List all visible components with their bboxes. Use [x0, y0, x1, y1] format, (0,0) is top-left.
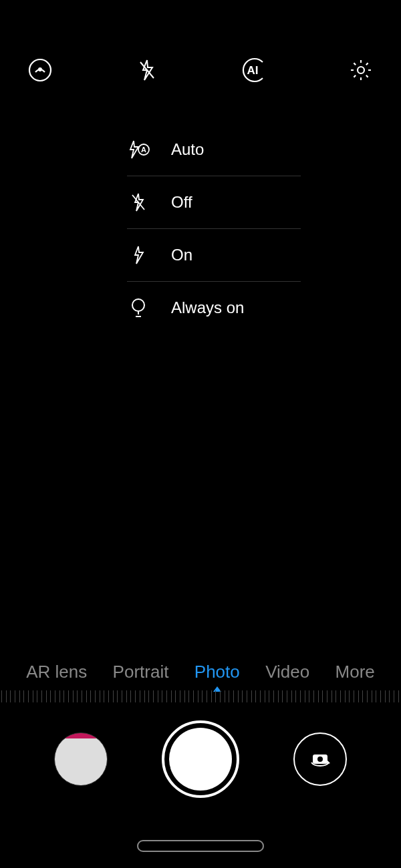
gear-icon[interactable]: [348, 57, 374, 83]
switch-camera-button[interactable]: [293, 732, 347, 786]
svg-text:AI: AI: [247, 64, 259, 77]
flash-auto-icon: A: [127, 138, 150, 161]
top-toolbar: AI: [0, 0, 401, 83]
flash-menu: A Auto Off On Always on: [127, 124, 301, 334]
bottom-controls: [0, 720, 401, 798]
flash-option-auto[interactable]: A Auto: [127, 124, 301, 176]
flash-option-on[interactable]: On: [127, 229, 301, 282]
beauty-icon[interactable]: [27, 57, 53, 83]
svg-point-1: [38, 67, 42, 71]
svg-text:A: A: [141, 146, 146, 154]
mode-video[interactable]: Video: [265, 662, 309, 682]
svg-point-8: [132, 299, 144, 311]
flash-off-icon: [127, 191, 150, 214]
mode-ar-lens[interactable]: AR lens: [26, 662, 87, 682]
shutter-inner: [169, 728, 232, 791]
flash-always-icon: [127, 296, 150, 319]
flash-option-label: Off: [171, 193, 192, 212]
home-indicator[interactable]: [137, 840, 264, 852]
flash-option-always[interactable]: Always on: [127, 282, 301, 334]
mode-more[interactable]: More: [336, 662, 375, 682]
shutter-button[interactable]: [162, 720, 239, 798]
mode-selector: AR lens Portrait Photo Video More: [0, 662, 401, 689]
flash-option-label: Always on: [171, 298, 244, 317]
flash-on-icon: [127, 244, 150, 266]
flash-option-off[interactable]: Off: [127, 176, 301, 229]
svg-point-4: [358, 67, 364, 73]
zoom-ruler[interactable]: [0, 690, 401, 708]
mode-portrait[interactable]: Portrait: [113, 662, 169, 682]
gallery-thumbnail[interactable]: [54, 732, 108, 786]
flash-option-label: On: [171, 246, 192, 264]
ai-icon[interactable]: AI: [241, 57, 267, 83]
flash-off-icon[interactable]: [134, 57, 160, 83]
flash-option-label: Auto: [171, 140, 204, 159]
svg-point-12: [317, 756, 323, 762]
mode-photo[interactable]: Photo: [194, 662, 240, 682]
